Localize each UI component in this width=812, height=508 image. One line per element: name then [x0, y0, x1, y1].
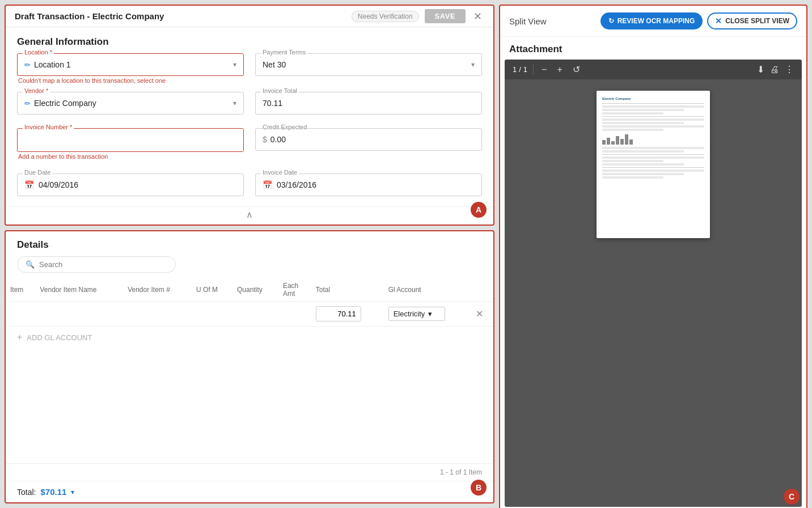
vendor-input[interactable]: ✏ Electric Company ▾ [17, 92, 244, 115]
pdf-text-10 [602, 156, 704, 159]
col-gl-account: Gl Account [384, 278, 472, 302]
draft-title: Draft Transaction - Electric Company [15, 11, 164, 21]
search-input[interactable] [39, 260, 167, 269]
form-row-3: Invoice Number Add a number to this tran… [6, 122, 493, 168]
cell-total[interactable] [311, 302, 384, 327]
invoice-number-field: Invoice Number Add a number to this tran… [17, 128, 244, 160]
location-input[interactable]: ✏ Location 1 ▾ [17, 53, 244, 76]
bar-7 [629, 139, 633, 145]
total-label: Total: [17, 488, 36, 497]
bar-3 [611, 141, 615, 145]
close-split-icon: ✕ [715, 16, 722, 26]
pdf-text-13 [602, 170, 704, 172]
bar-2 [607, 138, 610, 145]
invoice-date-input[interactable]: 📅 03/16/2016 [255, 173, 482, 196]
payment-terms-input[interactable]: Net 30 ▾ [255, 53, 482, 76]
split-view-actions: ↻ REVIEW OCR MAPPING ✕ CLOSE SPLIT VIEW [600, 12, 797, 29]
cell-each-amt [278, 302, 311, 327]
pdf-divider [533, 65, 534, 75]
col-item: Item [6, 278, 35, 302]
needs-verification-badge: Needs Verification [352, 11, 419, 22]
search-input-wrap[interactable]: 🔍 [17, 256, 176, 273]
col-vendor-item-hash: Vendor Item # [123, 278, 192, 302]
payment-terms-dropdown-icon: ▾ [471, 61, 475, 69]
add-gl-row[interactable]: + ADD GL ACCOUNT [6, 327, 493, 348]
review-ocr-label: REVIEW OCR MAPPING [618, 17, 695, 25]
review-ocr-button[interactable]: ↻ REVIEW OCR MAPPING [600, 12, 703, 29]
col-total: Total [311, 278, 384, 302]
add-gl-plus-icon: + [17, 332, 22, 342]
invoice-date-field: Invoice Date 📅 03/16/2016 [255, 173, 482, 196]
gl-account-dropdown-icon: ▾ [428, 310, 432, 318]
save-button[interactable]: SAVE [425, 9, 466, 23]
general-info-title: General Information [6, 27, 493, 53]
pdf-divider-3 [602, 154, 704, 155]
invoice-total-input: 70.11 [255, 92, 482, 115]
c-badge: C [784, 489, 800, 505]
close-button[interactable]: ✕ [471, 10, 484, 23]
col-each-amt: Each Amt [278, 278, 311, 302]
close-split-label: CLOSE SPLIT VIEW [725, 17, 789, 25]
a-badge: A [471, 202, 487, 218]
pdf-rotate-button[interactable]: ↺ [570, 63, 582, 76]
draft-actions: Needs Verification SAVE ✕ [352, 9, 484, 23]
due-date-value: 04/09/2016 [39, 180, 236, 189]
col-uom: U Of M [192, 278, 232, 302]
gl-account-select[interactable]: Electricity ▾ [388, 307, 445, 321]
collapse-section[interactable]: ∧ [6, 206, 493, 225]
pdf-page: Electric Company [597, 91, 710, 238]
total-dropdown-icon[interactable]: ▾ [71, 488, 74, 496]
invoice-total-label: Invoice Total [261, 87, 299, 94]
close-split-button[interactable]: ✕ CLOSE SPLIT VIEW [707, 12, 797, 29]
invoice-date-value: 03/16/2016 [277, 180, 475, 189]
pdf-text-9 [602, 150, 684, 153]
pdf-divider-4 [602, 167, 704, 168]
pdf-zoom-in-button[interactable]: + [555, 64, 564, 76]
invoice-number-wrap [17, 128, 244, 152]
total-input[interactable] [316, 306, 361, 321]
vendor-field: Vendor ✏ Electric Company ▾ [17, 92, 244, 115]
invoice-number-error: Add a number to this transaction [17, 153, 244, 160]
delete-row-button[interactable]: ✕ [476, 308, 483, 319]
table-header-row: Item Vendor Item Name Vendor Item # U Of… [6, 278, 493, 302]
cell-vendor-item-hash [123, 302, 192, 327]
pdf-more-button[interactable]: ⋮ [785, 64, 794, 75]
general-info-card: Draft Transaction - Electric Company Nee… [5, 5, 494, 226]
cell-delete[interactable]: ✕ [471, 302, 493, 327]
pdf-text-1 [602, 105, 704, 108]
invoice-total-field: Invoice Total 70.11 [255, 92, 482, 115]
collapse-icon: ∧ [246, 209, 253, 220]
invoice-date-calendar-icon: 📅 [263, 180, 272, 189]
pdf-divider-2 [602, 116, 704, 117]
credit-expected-input[interactable]: $ 0.00 [255, 128, 482, 151]
pdf-current-page: 1 [513, 65, 517, 74]
pdf-text-6 [602, 125, 704, 128]
invoice-number-input[interactable] [18, 129, 243, 151]
location-dropdown-icon: ▾ [233, 61, 236, 69]
pdf-text-8 [602, 147, 704, 149]
vendor-label: Vendor [23, 87, 50, 94]
bar-1 [602, 140, 606, 145]
pdf-text-4 [602, 118, 704, 121]
pdf-print-button[interactable]: 🖨 [770, 65, 779, 75]
due-date-field: Due Date 📅 04/09/2016 [17, 173, 244, 196]
pdf-total-pages: 1 [523, 65, 527, 74]
pdf-text-7 [602, 129, 663, 131]
split-view-header: Split View ↻ REVIEW OCR MAPPING ✕ CLOSE … [500, 6, 806, 37]
draft-header-bar: Draft Transaction - Electric Company Nee… [6, 6, 493, 27]
gl-account-cell: Electricity ▾ [388, 307, 467, 321]
total-value: $70.11 [40, 487, 66, 497]
pdf-logo: Electric Company [602, 96, 704, 101]
form-row-1: Location ✏ Location 1 ▾ Couldn't map a l… [6, 53, 493, 92]
cell-vendor-item-name [35, 302, 123, 327]
col-quantity: Quantity [232, 278, 278, 302]
split-view-title: Split View [509, 16, 547, 26]
cell-uom [192, 302, 232, 327]
vendor-value: Electric Company [34, 99, 230, 108]
pdf-download-button[interactable]: ⬇ [757, 64, 764, 75]
payment-terms-field: Payment Terms Net 30 ▾ [255, 53, 482, 84]
dollar-sign: $ [263, 135, 267, 144]
due-date-input[interactable]: 📅 04/09/2016 [17, 173, 244, 196]
pdf-zoom-out-button[interactable]: − [539, 64, 549, 76]
payment-terms-label: Payment Terms [261, 49, 307, 56]
